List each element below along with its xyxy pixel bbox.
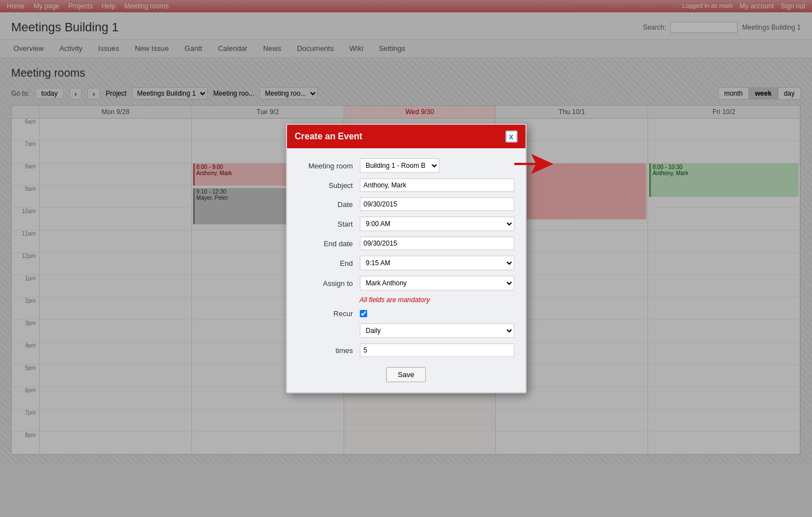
start-label: Start — [298, 220, 360, 228]
times-label: times — [298, 346, 360, 355]
assign-to-label: Assign to — [298, 279, 360, 288]
create-event-modal: Create an Event x Meeting room Building … — [286, 124, 527, 393]
assign-to-row: Assign to Mark Anthony Peter Mayer — [298, 276, 514, 290]
svg-marker-0 — [514, 154, 553, 174]
mandatory-note: All fields are mandatory — [360, 296, 514, 304]
modal-body: Meeting room Building 1 - Room A Buildin… — [287, 148, 525, 392]
recur-frequency-row: Daily Weekly Monthly — [298, 323, 514, 338]
modal-header: Create an Event x — [287, 125, 525, 148]
end-date-input[interactable] — [360, 237, 514, 250]
modal-title: Create an Event — [295, 131, 363, 142]
times-input[interactable] — [360, 344, 514, 357]
modal-close-button[interactable]: x — [505, 130, 518, 143]
save-row: Save — [298, 363, 514, 384]
end-dropdown[interactable]: 9:00 AM 9:15 AM 9:30 AM 9:45 AM — [360, 256, 514, 270]
end-label: End — [298, 259, 360, 267]
recur-label: Recur — [298, 309, 360, 318]
end-date-row: End date — [298, 237, 514, 250]
recur-checkbox[interactable] — [360, 310, 367, 317]
times-row: times — [298, 344, 514, 357]
arrow-indicator — [514, 154, 553, 174]
meeting-room-field-label: Meeting room — [298, 162, 360, 170]
meeting-room-row: Meeting room Building 1 - Room A Buildin… — [298, 158, 514, 173]
end-date-label: End date — [298, 239, 360, 248]
save-button[interactable]: Save — [386, 367, 426, 382]
start-row: Start 8:00 AM 8:15 AM 8:30 AM 8:45 AM 9:… — [298, 217, 514, 231]
recur-row: Recur — [298, 309, 514, 318]
red-arrow-svg — [514, 154, 553, 174]
subject-input[interactable] — [360, 178, 514, 192]
date-row: Date — [298, 198, 514, 211]
modal-backdrop[interactable]: Create an Event x Meeting room Building … — [0, 0, 812, 464]
recur-frequency-dropdown[interactable]: Daily Weekly Monthly — [360, 323, 514, 338]
date-label: Date — [298, 200, 360, 209]
meeting-room-dropdown[interactable]: Building 1 - Room A Building 1 - Room B … — [360, 158, 439, 173]
date-input[interactable] — [360, 198, 514, 211]
subject-row: Subject — [298, 178, 514, 192]
subject-label: Subject — [298, 181, 360, 190]
meeting-room-select-wrapper: Building 1 - Room A Building 1 - Room B … — [360, 158, 514, 173]
start-dropdown[interactable]: 8:00 AM 8:15 AM 8:30 AM 8:45 AM 9:00 AM … — [360, 217, 514, 231]
assign-to-dropdown[interactable]: Mark Anthony Peter Mayer — [360, 276, 514, 290]
end-row: End 9:00 AM 9:15 AM 9:30 AM 9:45 AM — [298, 256, 514, 270]
